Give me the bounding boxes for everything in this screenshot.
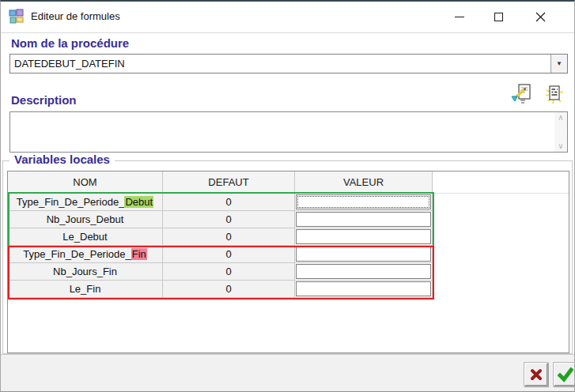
titlebar: Editeur de formules xyxy=(1,2,574,32)
value-input[interactable] xyxy=(296,229,431,244)
variable-name-text: Type_Fin_De_Periode_ xyxy=(17,196,125,208)
default-value-cell[interactable]: 0 xyxy=(163,281,295,298)
value-cell[interactable] xyxy=(295,194,433,211)
value-cell[interactable] xyxy=(295,263,433,281)
variable-name-text: Le_Fin xyxy=(70,283,101,295)
variables-legend: Variables locales xyxy=(9,153,115,166)
close-icon xyxy=(535,12,546,22)
scroll-down-icon[interactable]: ∨ xyxy=(558,142,563,150)
procedure-label: Nom de la procédure xyxy=(11,36,129,50)
maximize-button[interactable] xyxy=(481,2,516,32)
variable-name-highlight: Fin xyxy=(131,248,147,260)
variables-table: NOM DEFAUT VALEUR Type_Fin_De_Periode_De… xyxy=(7,171,569,353)
chevron-down-icon[interactable]: ▼ xyxy=(550,55,567,73)
procedure-combobox[interactable]: DATEDEBUT_DATEFIN ▼ xyxy=(9,54,568,74)
default-value-cell[interactable]: 0 xyxy=(163,246,295,263)
close-button[interactable] xyxy=(523,2,558,32)
value-input[interactable] xyxy=(296,247,431,262)
default-value-cell[interactable]: 0 xyxy=(163,263,295,281)
table-header: NOM DEFAUT VALEUR xyxy=(8,172,569,194)
variable-name-cell[interactable]: Type_Fin_De_Periode_Debut xyxy=(8,194,163,211)
variable-name-cell[interactable]: Le_Fin xyxy=(8,281,163,298)
formula-editor-window: Editeur de formules Nom de la procédure … xyxy=(0,0,575,392)
column-header-defaut[interactable]: DEFAUT xyxy=(163,172,295,194)
titlebar-divider xyxy=(1,32,574,33)
value-cell[interactable] xyxy=(295,228,433,246)
new-formula-icon[interactable] xyxy=(545,85,564,104)
table-row: Nb_Jours_Fin 0 xyxy=(8,263,569,281)
variable-name-text: Type_Fin_De_Periode_ xyxy=(23,248,131,260)
variable-name-cell[interactable]: Type_Fin_De_Periode_Fin xyxy=(8,246,163,263)
table-row: Type_Fin_De_Periode_Debut 0 xyxy=(8,194,569,211)
maximize-icon xyxy=(494,13,503,21)
value-input[interactable] xyxy=(296,194,431,209)
column-header-valeur[interactable]: VALEUR xyxy=(295,172,433,194)
variable-name-cell[interactable]: Le_Debut xyxy=(8,228,163,246)
value-cell[interactable] xyxy=(295,246,433,263)
default-value-cell[interactable]: 0 xyxy=(163,228,295,246)
description-label: Description xyxy=(11,93,77,107)
default-value-cell[interactable]: 0 xyxy=(163,211,295,228)
description-textarea[interactable]: ∧ ∨ xyxy=(9,111,568,153)
minimize-icon xyxy=(455,17,464,17)
ok-check-icon xyxy=(558,367,573,383)
value-input[interactable] xyxy=(296,212,431,227)
minimize-button[interactable] xyxy=(441,2,477,32)
table-row: Nb_Jours_Debut 0 xyxy=(8,211,569,228)
value-cell[interactable] xyxy=(295,281,433,298)
edit-formula-icon[interactable] xyxy=(511,83,533,104)
variable-name-text: Le_Debut xyxy=(62,231,107,243)
variable-name-text: Nb_Jours_Debut xyxy=(47,213,124,225)
variable-name-text: Nb_Jours_Fin xyxy=(53,266,117,277)
ok-button[interactable] xyxy=(553,362,575,386)
procedure-value: DATEDEBUT_DATEFIN xyxy=(10,58,550,70)
window-title: Editeur de formules xyxy=(31,2,120,32)
footer-bar xyxy=(1,354,574,392)
header-filler xyxy=(433,172,569,194)
formula-editor-app-icon xyxy=(9,9,25,24)
default-value-cell[interactable]: 0 xyxy=(163,194,295,211)
column-header-nom[interactable]: NOM xyxy=(8,172,163,194)
scrollbar[interactable]: ∧ ∨ xyxy=(554,112,567,152)
variable-name-cell[interactable]: Nb_Jours_Fin xyxy=(8,263,163,281)
value-cell[interactable] xyxy=(295,211,433,228)
scroll-up-icon[interactable]: ∧ xyxy=(558,114,563,122)
table-row: Le_Debut 0 xyxy=(8,228,569,246)
variable-name-cell[interactable]: Nb_Jours_Debut xyxy=(8,211,163,228)
variable-name-highlight: Debut xyxy=(124,196,153,208)
value-input[interactable] xyxy=(296,264,431,279)
cancel-x-icon xyxy=(529,368,543,382)
table-row: Le_Fin 0 xyxy=(8,281,569,298)
table-row: Type_Fin_De_Periode_Fin 0 xyxy=(8,246,569,263)
cancel-button[interactable] xyxy=(524,362,548,386)
value-input[interactable] xyxy=(296,281,431,296)
